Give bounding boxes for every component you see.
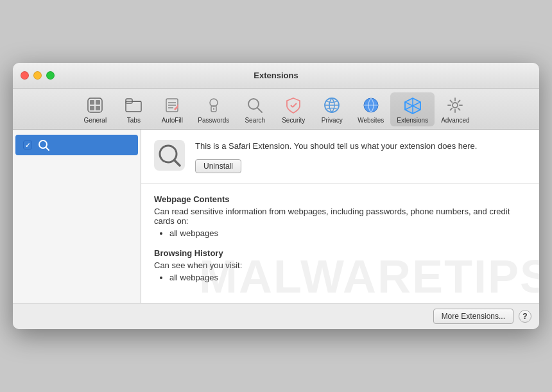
websites-icon <box>361 95 381 115</box>
extension-icon <box>37 139 50 151</box>
main-window: Extensions General <box>13 63 539 329</box>
sidebar <box>13 130 141 303</box>
svg-line-19 <box>293 103 297 107</box>
main-content: This is a Safari Extension. You should t… <box>13 130 539 303</box>
toolbar-item-autofill[interactable]: AutoFill <box>153 92 191 126</box>
toolbar-item-privacy[interactable]: Privacy <box>313 92 351 126</box>
toolbar-item-general[interactable]: General <box>76 92 114 126</box>
extensions-icon <box>402 95 423 115</box>
extension-header: This is a Safari Extension. You should t… <box>141 130 539 184</box>
sidebar-item-search-ext[interactable] <box>15 135 138 155</box>
tabs-icon <box>123 95 144 115</box>
extension-enabled-checkbox[interactable] <box>23 141 32 149</box>
browsing-history-list: all webpages <box>154 273 526 282</box>
security-label: Security <box>282 117 305 124</box>
toolbar-item-search[interactable]: Search <box>236 92 274 126</box>
webpage-contents-desc: Can read sensitive information from webp… <box>154 207 526 226</box>
detail-panel: This is a Safari Extension. You should t… <box>141 130 539 303</box>
general-icon <box>85 95 105 115</box>
passwords-icon <box>203 95 224 115</box>
toolbar: General Tabs <box>13 89 539 130</box>
autofill-label: AutoFill <box>162 117 183 124</box>
autofill-icon <box>162 95 182 115</box>
extension-info: This is a Safari Extension. You should t… <box>195 140 526 173</box>
maximize-button[interactable] <box>46 71 55 80</box>
advanced-icon <box>445 95 465 115</box>
privacy-label: Privacy <box>322 117 343 124</box>
webpage-contents-title: Webpage Contents <box>154 194 526 204</box>
more-extensions-button[interactable]: More Extensions... <box>433 309 513 324</box>
uninstall-button[interactable]: Uninstall <box>195 159 241 173</box>
list-item: all webpages <box>169 228 526 238</box>
svg-line-32 <box>46 148 49 150</box>
websites-label: Websites <box>358 117 384 124</box>
window-title: Extensions <box>254 71 298 80</box>
svg-line-18 <box>291 105 293 107</box>
browsing-history-section: Browsing History Can see when you visit:… <box>154 248 526 282</box>
toolbar-item-security[interactable]: Security <box>274 92 313 126</box>
browsing-history-desc: Can see when you visit: <box>154 260 526 270</box>
security-icon <box>283 95 304 115</box>
extension-large-icon <box>154 140 185 171</box>
svg-line-34 <box>175 160 180 166</box>
permissions-section: Webpage Contents Can read sensitive info… <box>141 184 539 303</box>
passwords-label: Passwords <box>198 117 229 124</box>
titlebar: Extensions <box>13 63 539 89</box>
minimize-button[interactable] <box>33 71 42 80</box>
window-controls <box>21 71 55 80</box>
webpage-contents-list: all webpages <box>154 228 526 238</box>
svg-line-17 <box>257 108 262 112</box>
svg-point-30 <box>453 103 458 108</box>
toolbar-item-extensions[interactable]: Extensions <box>390 92 435 126</box>
webpage-contents-section: Webpage Contents Can read sensitive info… <box>154 194 526 238</box>
footer: More Extensions... ? <box>13 303 539 329</box>
svg-rect-1 <box>90 100 94 105</box>
extension-description: This is a Safari Extension. You should t… <box>195 140 526 153</box>
toolbar-item-tabs[interactable]: Tabs <box>114 92 153 126</box>
search-label: Search <box>245 117 265 124</box>
list-item: all webpages <box>169 273 526 282</box>
search-icon <box>245 95 265 115</box>
svg-rect-2 <box>90 106 94 110</box>
svg-point-13 <box>210 99 218 107</box>
svg-rect-4 <box>96 106 100 110</box>
privacy-icon <box>322 95 342 115</box>
help-button[interactable]: ? <box>519 310 531 323</box>
tabs-label: Tabs <box>127 117 141 124</box>
toolbar-item-advanced[interactable]: Advanced <box>435 92 476 126</box>
extensions-label: Extensions <box>397 117 428 124</box>
browsing-history-title: Browsing History <box>154 248 526 258</box>
advanced-label: Advanced <box>441 117 469 124</box>
general-label: General <box>84 117 107 124</box>
close-button[interactable] <box>21 71 29 80</box>
svg-point-31 <box>39 141 47 148</box>
toolbar-item-websites[interactable]: Websites <box>351 92 390 126</box>
svg-rect-3 <box>96 100 100 105</box>
toolbar-item-passwords[interactable]: Passwords <box>191 92 236 126</box>
